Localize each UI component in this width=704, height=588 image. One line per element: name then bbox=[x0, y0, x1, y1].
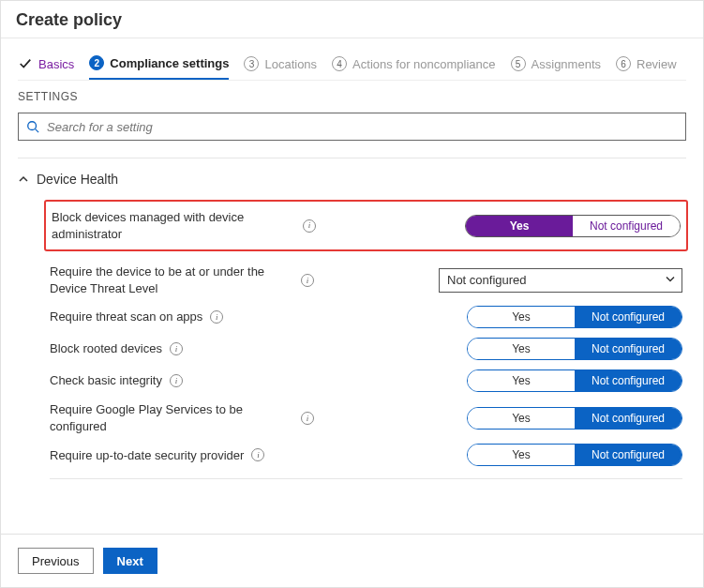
checkmark-icon bbox=[18, 56, 33, 71]
step-number-icon: 4 bbox=[332, 56, 347, 71]
toggle-option-notconfigured[interactable]: Not configured bbox=[573, 216, 680, 236]
row-block-device-admin: Block devices managed with device admini… bbox=[44, 200, 688, 251]
row-label-text: Require Google Play Services to be confi… bbox=[50, 401, 293, 434]
select-value: Not configured bbox=[447, 273, 527, 287]
toggle-option-yes[interactable]: Yes bbox=[468, 445, 575, 465]
chevron-up-icon bbox=[18, 173, 29, 185]
page: Create policy Basics 2 Compliance settin… bbox=[0, 0, 704, 588]
row-security-provider: Require up-to-date security provider i Y… bbox=[50, 439, 682, 471]
toggle-option-notconfigured[interactable]: Not configured bbox=[575, 370, 682, 391]
settings-heading: SETTINGS bbox=[18, 90, 686, 103]
row-threat-scan-apps: Require threat scan on apps i Yes Not co… bbox=[50, 301, 682, 333]
toggle-option-yes[interactable]: Yes bbox=[468, 370, 575, 391]
divider bbox=[18, 158, 686, 158]
info-icon[interactable]: i bbox=[303, 219, 316, 233]
info-icon[interactable]: i bbox=[170, 342, 183, 355]
step-label: Locations bbox=[264, 57, 317, 71]
row-label-text: Block rooted devices bbox=[50, 340, 162, 357]
step-label: Assignments bbox=[532, 57, 601, 71]
toggle-option-yes[interactable]: Yes bbox=[466, 216, 573, 236]
row-control: Yes Not configured bbox=[437, 215, 681, 237]
toggle-security-provider[interactable]: Yes Not configured bbox=[467, 444, 682, 466]
row-basic-integrity: Check basic integrity i Yes Not configur… bbox=[50, 365, 682, 397]
row-control: Yes Not configured bbox=[439, 444, 682, 466]
step-number-icon: 5 bbox=[511, 56, 526, 71]
row-block-rooted: Block rooted devices i Yes Not configure… bbox=[50, 333, 682, 365]
row-label: Require threat scan on apps i bbox=[50, 309, 331, 325]
search-icon bbox=[26, 120, 39, 133]
toggle-basic-integrity[interactable]: Yes Not configured bbox=[467, 369, 682, 392]
toggle-option-notconfigured[interactable]: Not configured bbox=[575, 307, 682, 327]
row-label: Require Google Play Services to be confi… bbox=[50, 401, 331, 434]
row-control: Yes Not configured bbox=[439, 306, 682, 328]
step-review[interactable]: 6 Review bbox=[616, 51, 677, 79]
toggle-block-rooted[interactable]: Yes Not configured bbox=[467, 338, 682, 360]
row-label: Check basic integrity i bbox=[50, 372, 331, 389]
row-label-text: Require the device to be at or under the… bbox=[50, 264, 293, 296]
info-icon[interactable]: i bbox=[301, 274, 314, 287]
wizard-steps: Basics 2 Compliance settings 3 Locations… bbox=[18, 50, 686, 81]
step-number-icon: 3 bbox=[244, 56, 259, 71]
wizard-footer: Previous Next bbox=[1, 534, 703, 587]
info-icon[interactable]: i bbox=[210, 310, 223, 324]
row-label: Require up-to-date security provider i bbox=[50, 447, 331, 464]
toggle-threat-scan[interactable]: Yes Not configured bbox=[467, 306, 682, 328]
row-label-text: Block devices managed with device admini… bbox=[52, 209, 295, 242]
step-compliance-settings[interactable]: 2 Compliance settings bbox=[89, 50, 229, 80]
select-threat-level[interactable]: Not configured bbox=[439, 268, 682, 293]
step-assignments[interactable]: 5 Assignments bbox=[511, 51, 601, 79]
section-title: Device Health bbox=[37, 172, 118, 187]
step-basics[interactable]: Basics bbox=[18, 51, 74, 79]
row-label-text: Check basic integrity bbox=[50, 372, 162, 389]
row-google-play-services: Require Google Play Services to be confi… bbox=[50, 397, 682, 439]
row-control: Yes Not configured bbox=[439, 338, 682, 360]
step-locations[interactable]: 3 Locations bbox=[244, 51, 317, 79]
section-toggle[interactable]: Device Health bbox=[18, 172, 686, 187]
row-label-text: Require threat scan on apps bbox=[50, 309, 202, 325]
toggle-option-notconfigured[interactable]: Not configured bbox=[575, 408, 682, 429]
info-icon[interactable]: i bbox=[251, 448, 264, 461]
step-number-icon: 6 bbox=[616, 56, 631, 71]
info-icon[interactable]: i bbox=[301, 412, 314, 425]
next-button[interactable]: Next bbox=[103, 548, 157, 574]
step-label: Basics bbox=[38, 57, 74, 71]
step-actions-noncompliance[interactable]: 4 Actions for noncompliance bbox=[332, 51, 495, 79]
section-rows: Block devices managed with device admini… bbox=[18, 200, 686, 479]
row-control: Not configured bbox=[439, 268, 682, 293]
row-label: Require the device to be at or under the… bbox=[50, 264, 331, 296]
page-title: Create policy bbox=[1, 1, 703, 38]
previous-button[interactable]: Previous bbox=[18, 548, 94, 574]
step-label: Review bbox=[637, 57, 677, 71]
toggle-block-device-admin[interactable]: Yes Not configured bbox=[465, 215, 681, 237]
info-icon[interactable]: i bbox=[170, 374, 183, 387]
search-box[interactable] bbox=[18, 113, 686, 141]
row-control: Yes Not configured bbox=[439, 407, 682, 430]
divider bbox=[50, 478, 682, 479]
toggle-google-play[interactable]: Yes Not configured bbox=[467, 407, 682, 430]
row-label: Block rooted devices i bbox=[50, 340, 331, 357]
row-device-threat-level: Require the device to be at or under the… bbox=[50, 259, 682, 301]
search-input[interactable] bbox=[45, 119, 678, 135]
svg-point-0 bbox=[28, 122, 37, 130]
row-label-text: Require up-to-date security provider bbox=[50, 447, 244, 464]
chevron-down-icon bbox=[665, 273, 676, 287]
section-device-health: Device Health Block devices managed with… bbox=[18, 172, 686, 479]
toggle-option-yes[interactable]: Yes bbox=[468, 307, 575, 327]
step-number-icon: 2 bbox=[89, 55, 104, 70]
toggle-option-notconfigured[interactable]: Not configured bbox=[575, 445, 682, 465]
toggle-option-yes[interactable]: Yes bbox=[468, 408, 575, 429]
step-label: Compliance settings bbox=[110, 56, 229, 70]
content-area: Basics 2 Compliance settings 3 Locations… bbox=[1, 38, 703, 531]
toggle-option-yes[interactable]: Yes bbox=[468, 339, 575, 359]
row-label: Block devices managed with device admini… bbox=[52, 209, 333, 242]
step-label: Actions for noncompliance bbox=[352, 57, 495, 71]
toggle-option-notconfigured[interactable]: Not configured bbox=[575, 339, 682, 359]
row-control: Yes Not configured bbox=[439, 369, 682, 392]
